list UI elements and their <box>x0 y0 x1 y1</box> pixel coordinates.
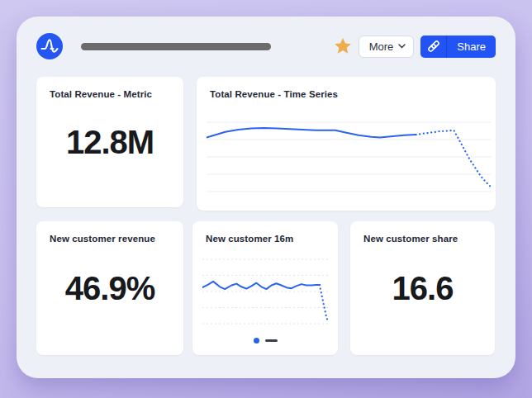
card-total-revenue-time-series[interactable]: Total Revenue - Time Series <box>197 77 496 211</box>
amplitude-logo-icon[interactable] <box>36 33 63 59</box>
share-button[interactable]: Share <box>420 36 496 58</box>
carousel-dash[interactable] <box>265 339 278 342</box>
chevron-down-icon <box>398 44 406 49</box>
card-title: New customer revenue <box>50 234 155 244</box>
title-placeholder-bar <box>81 43 271 50</box>
metric-value: 46.9% <box>36 270 183 307</box>
time-series-chart[interactable] <box>207 114 491 196</box>
carousel-dot-active[interactable] <box>254 338 259 344</box>
star-icon[interactable] <box>334 37 352 55</box>
wave-glyph <box>36 33 63 59</box>
card-title: New customer share <box>363 234 458 244</box>
more-button-label: More <box>369 40 394 53</box>
card-title: Total Revenue - Time Series <box>210 89 338 99</box>
mini-line-chart[interactable] <box>202 252 328 331</box>
dashboard-panel: More Share Total Revenue - Metric 12.8M … <box>17 17 515 378</box>
carousel-indicators <box>192 334 338 346</box>
more-button[interactable]: More <box>359 36 415 58</box>
card-new-customer-share[interactable]: New customer share 16.6 <box>350 221 495 355</box>
metric-value: 12.8M <box>36 124 183 161</box>
card-new-customer-16m[interactable]: New customer 16m <box>192 221 338 355</box>
card-total-revenue-metric[interactable]: Total Revenue - Metric 12.8M <box>36 77 183 207</box>
metric-value: 16.6 <box>350 270 495 307</box>
header: More Share <box>36 31 496 61</box>
card-new-customer-revenue[interactable]: New customer revenue 46.9% <box>36 221 183 355</box>
share-button-label: Share <box>447 36 496 58</box>
card-title: Total Revenue - Metric <box>50 89 152 99</box>
card-title: New customer 16m <box>206 234 293 244</box>
link-icon[interactable] <box>420 36 447 58</box>
